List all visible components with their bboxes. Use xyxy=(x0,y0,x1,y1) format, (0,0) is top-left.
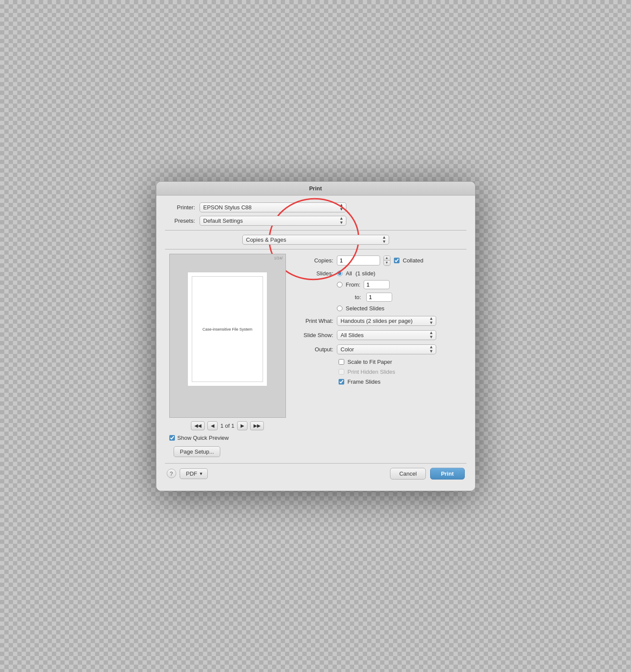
slides-from-input[interactable] xyxy=(364,280,390,289)
presets-label: Presets: xyxy=(165,218,195,224)
slides-row: Slides: All (1 slide) From: xyxy=(299,270,466,312)
main-content: 1/24/ Case-insensitive File System ◀◀ ◀ … xyxy=(165,254,466,457)
pdf-button[interactable]: PDF ▼ xyxy=(180,468,208,479)
page-setup-button[interactable]: Page Setup... xyxy=(174,446,221,457)
output-row: Output: Color Grayscale Black and White … xyxy=(299,344,466,354)
page-preview: Case-insensitive File System xyxy=(187,272,267,386)
slides-to-input[interactable] xyxy=(366,293,392,302)
print-dialog: Print Printer: EPSON Stylus C88 PDF Prev… xyxy=(156,181,476,491)
slides-selected-row: Selected Slides xyxy=(337,305,392,312)
print-what-select-wrapper: Handouts (2 slides per page) Slides Note… xyxy=(337,316,436,326)
collated-label: Collated xyxy=(403,257,424,264)
print-hidden-checkbox xyxy=(339,369,344,375)
copies-input[interactable] xyxy=(337,256,380,265)
slide-show-row: Slide Show: All Slides Custom Show ▲ ▼ xyxy=(299,330,466,340)
copies-row: Copies: ▲ ▼ Collated xyxy=(299,256,466,266)
slides-all-label: All xyxy=(346,270,352,277)
slides-from-row: From: xyxy=(337,280,392,289)
slides-selected-label: Selected Slides xyxy=(346,305,385,312)
print-hidden-row: Print Hidden Slides xyxy=(339,369,466,375)
cancel-button[interactable]: Cancel xyxy=(390,468,425,480)
slide-show-label: Slide Show: xyxy=(299,332,333,338)
bottom-bar: ? PDF ▼ Cancel Print xyxy=(165,468,466,484)
dialog-title: Print xyxy=(309,185,322,192)
presets-select-wrapper: Default Settings Custom ▲ ▼ xyxy=(200,216,346,226)
presets-row: Presets: Default Settings Custom ▲ ▼ xyxy=(165,216,466,226)
pdf-label: PDF xyxy=(186,470,197,477)
prev-page-button[interactable]: ◀ xyxy=(207,421,218,430)
nav-controls: ◀◀ ◀ 1 of 1 ▶ ▶▶ xyxy=(191,421,264,430)
bottom-left-controls: ? PDF ▼ xyxy=(167,468,208,479)
printer-row: Printer: EPSON Stylus C88 PDF Preview ▲ … xyxy=(165,202,466,212)
printer-label: Printer: xyxy=(165,204,195,211)
printer-select[interactable]: EPSON Stylus C88 PDF Preview xyxy=(200,202,346,212)
presets-select[interactable]: Default Settings Custom xyxy=(200,216,346,226)
section-divider xyxy=(165,249,466,249)
slides-from-radio[interactable] xyxy=(337,282,342,287)
section-row: Copies & Pages Layout Color Matching Pap… xyxy=(165,235,466,245)
frame-slides-row: Frame Slides xyxy=(339,379,466,385)
preview-container: 1/24/ Case-insensitive File System xyxy=(169,254,286,418)
frame-slides-checkbox[interactable] xyxy=(339,379,344,385)
slides-selected-radio[interactable] xyxy=(337,306,342,311)
page-info: 1 of 1 xyxy=(220,423,235,429)
show-quick-preview-checkbox[interactable] xyxy=(169,435,175,441)
slides-to-row: to: xyxy=(355,293,392,302)
show-quick-preview-label: Show Quick Preview xyxy=(178,435,229,441)
section-select-wrapper: Copies & Pages Layout Color Matching Pap… xyxy=(242,235,389,245)
bottom-right-controls: Cancel Print xyxy=(390,468,464,480)
show-quick-preview-row: Show Quick Preview xyxy=(169,435,290,441)
page-inner-border: Case-insensitive File System xyxy=(192,276,263,382)
printer-select-wrapper: EPSON Stylus C88 PDF Preview ▲ ▼ xyxy=(200,202,346,212)
output-select[interactable]: Color Grayscale Black and White xyxy=(337,344,436,354)
bottom-divider xyxy=(165,463,466,464)
help-button[interactable]: ? xyxy=(167,469,176,478)
dialog-title-bar: Print xyxy=(156,182,475,196)
collated-checkbox[interactable] xyxy=(394,258,400,263)
print-what-row: Print What: Handouts (2 slides per page)… xyxy=(299,316,466,326)
next-page-button[interactable]: ▶ xyxy=(237,421,247,430)
top-divider xyxy=(165,230,466,230)
options-panel: Copies: ▲ ▼ Collated Slides: xyxy=(299,254,466,457)
scale-to-fit-checkbox[interactable] xyxy=(339,359,344,365)
page-number-top: 1/24/ xyxy=(274,256,282,260)
copies-increment-button[interactable]: ▲ xyxy=(384,256,390,261)
output-select-wrapper: Color Grayscale Black and White ▲ ▼ xyxy=(337,344,436,354)
slides-to-label: to: xyxy=(355,294,361,300)
print-hidden-label: Print Hidden Slides xyxy=(348,369,396,375)
dialog-body: Printer: EPSON Stylus C88 PDF Preview ▲ … xyxy=(156,196,475,491)
slides-label: Slides: xyxy=(299,270,333,277)
slides-from-label: From: xyxy=(346,281,361,288)
slides-count-label: (1 slide) xyxy=(355,270,375,277)
slides-radio-group: All (1 slide) From: to: xyxy=(337,270,392,312)
preview-options: Show Quick Preview Page Setup... xyxy=(165,435,290,457)
print-button[interactable]: Print xyxy=(430,468,465,480)
extra-checkboxes: Scale to Fit Paper Print Hidden Slides F… xyxy=(337,359,466,385)
preview-panel: 1/24/ Case-insensitive File System ◀◀ ◀ … xyxy=(165,254,290,457)
print-what-label: Print What: xyxy=(299,318,333,324)
scale-to-fit-label: Scale to Fit Paper xyxy=(348,359,392,365)
frame-slides-label: Frame Slides xyxy=(348,379,381,385)
print-what-select[interactable]: Handouts (2 slides per page) Slides Note… xyxy=(337,316,436,326)
pdf-dropdown-arrow: ▼ xyxy=(199,471,203,476)
slide-text: Case-insensitive File System xyxy=(203,327,253,331)
section-select[interactable]: Copies & Pages Layout Color Matching Pap… xyxy=(242,235,389,245)
copies-decrement-button[interactable]: ▼ xyxy=(384,261,390,265)
slides-all-row: All (1 slide) xyxy=(337,270,392,277)
copies-stepper: ▲ ▼ xyxy=(384,256,390,266)
copies-label: Copies: xyxy=(299,257,333,264)
slides-all-radio[interactable] xyxy=(337,271,342,276)
output-label: Output: xyxy=(299,346,333,353)
last-page-button[interactable]: ▶▶ xyxy=(250,421,264,430)
scale-to-fit-row: Scale to Fit Paper xyxy=(339,359,466,365)
slide-show-select[interactable]: All Slides Custom Show xyxy=(337,330,436,340)
first-page-button[interactable]: ◀◀ xyxy=(191,421,205,430)
slide-show-select-wrapper: All Slides Custom Show ▲ ▼ xyxy=(337,330,436,340)
